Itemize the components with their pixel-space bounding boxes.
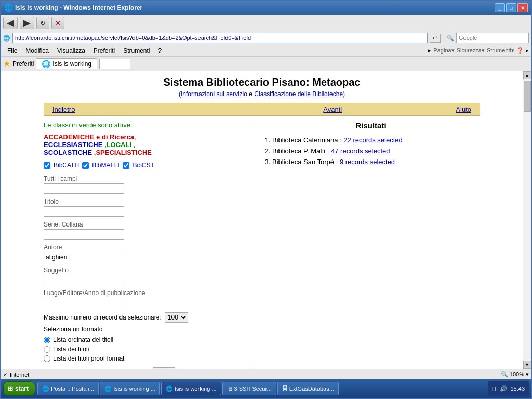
classificazione-link[interactable]: Classificazione delle Biblioteche) [254,90,345,98]
scroll-track[interactable] [523,79,531,361]
category-list: ACCADEMICHE e di Ricerca, ECCLESIASTICHE… [44,133,246,156]
nav-toolbar: ◀ ▶ ↻ ✕ [1,15,531,31]
address-input[interactable] [12,33,428,43]
nav-row: Indietro Avanti Aiuto [44,103,480,116]
start-label: start [15,385,29,392]
bookmarks-bar: ★ Preferiti 🌐 Isis is working [1,57,531,71]
stop-button[interactable]: ✕ [51,17,64,29]
start-button[interactable]: ⊞ start [3,381,35,396]
maximize-button[interactable]: □ [506,3,516,12]
bibmaffi-checkbox[interactable] [82,162,89,169]
informazioni-link[interactable]: (Informazioni sul servizio [179,90,247,98]
taskbar-item-ie3[interactable]: 🌐 Isis is working ... [161,382,221,395]
titolo-label: Titolo [44,198,246,205]
titolo-input[interactable] [44,206,124,217]
result-link-3[interactable]: 9 records selected [340,158,395,166]
window-controls: _ □ ✕ [495,3,528,12]
menu-visualizza[interactable]: Visualizza [53,46,89,56]
bibcath-checkbox[interactable] [44,162,50,169]
luogo-input[interactable] [44,298,124,308]
zoom-label: 🔍 100% ▾ [501,371,529,378]
soggetto-input[interactable] [44,275,124,285]
menu-strumenti[interactable]: Strumenti [119,46,154,56]
format-proof: Lista dei titoli proof format [44,355,246,362]
scrollbar[interactable]: ▲ ▼ [523,71,531,369]
page-content: Sistema Bibliotecario Pisano: Metaopac (… [1,71,523,369]
preferiti-button[interactable]: Preferiti [12,60,34,68]
close-button[interactable]: ✕ [517,3,528,12]
content-area: Sistema Bibliotecario Pisano: Metaopac (… [1,71,531,369]
toolbar-extra[interactable]: ▸ [428,47,431,54]
extra-btn[interactable]: ▸ [526,47,529,54]
cat-accademiche: ACCADEMICHE e di Ricerca [44,133,134,141]
search-engine-icon: 🔍 [447,35,454,42]
scroll-up-button[interactable]: ▲ [523,71,531,79]
tutti-campi-label: Tutti i campi [44,175,246,182]
forward-nav-button[interactable]: ▶ [20,17,34,29]
refresh-button[interactable]: ↻ [36,17,49,29]
tutti-campi-input[interactable] [44,183,124,194]
taskbar-ie3-label: Isis is working ... [175,385,217,392]
taskbar-ie2-label: Isis is working ... [113,385,155,392]
pagina-menu[interactable]: Pagina▾ [433,47,454,54]
format-radio-2[interactable] [44,346,50,353]
taskbar-ssh-icon: 🖥 [227,385,233,392]
tab-search-input[interactable] [99,59,130,69]
taskbar-item-extgas[interactable]: 🗄 ExtGasDatabas... [277,382,339,395]
menu-modifica[interactable]: Modifica [21,46,53,56]
left-column: Le classi in verde sono attive: ACCADEMI… [44,121,251,369]
library-name-3: Biblioteca San Torpé [272,158,334,166]
aiuto-link[interactable]: Aiuto [456,105,471,113]
ie-icon: 🌐 [4,4,13,12]
risultati-list: Biblioteca Cateriniana : 22 records sele… [262,136,480,166]
window-title: Isis is working - Windows Internet Explo… [15,4,142,11]
taskbar-ie3-icon: 🌐 [166,385,173,392]
bibcst-checkbox[interactable] [123,162,129,169]
max-records-row: Massimo numero di record da selezionare:… [44,312,246,323]
windows-logo-icon: ⊞ [8,385,13,392]
indietro-link[interactable]: Indietro [52,105,75,113]
format-label-2: Lista dei titoli [53,345,89,353]
result-link-2[interactable]: 47 records selected [331,147,390,155]
menu-help[interactable]: ? [154,46,166,56]
format-radio-group: Lista ordinata dei titoli Lista dei tito… [44,336,246,362]
right-column: Risultati Biblioteca Cateriniana : 22 re… [251,121,480,369]
bibmaffi-label[interactable]: BibMAFFI [92,162,119,169]
favorites-star-icon: ★ [3,59,10,69]
search-input[interactable] [456,33,529,43]
back-nav-button[interactable]: ◀ [3,17,18,29]
autore-input[interactable] [44,252,124,262]
address-label: 🌐 [3,35,10,42]
sicurezza-menu[interactable]: Sicurezza▾ [457,47,485,54]
strumenti-menu2[interactable]: Strumenti▾ [487,47,514,54]
page-wrapper: Sistema Bibliotecario Pisano: Metaopac (… [38,76,485,369]
menu-preferiti[interactable]: Preferiti [89,46,119,56]
format-lista-ordinata: Lista ordinata dei titoli [44,336,246,343]
result-link-1[interactable]: 22 records selected [343,136,402,144]
taskbar-extgas-label: ExtGasDatabas... [289,385,334,392]
menu-file[interactable]: File [3,46,21,56]
bibcath-label[interactable]: BibCATH [54,162,79,169]
taskbar-right: IT 🔊 15.43 [488,381,529,396]
scroll-down-button[interactable]: ▼ [523,361,531,369]
minimize-button[interactable]: _ [495,3,505,12]
taskbar-item-ssh[interactable]: 🖥 3 SSH Secur... [222,382,276,395]
taskbar-item-ie1[interactable]: 🌐 Posta :: Posta i... [37,382,99,395]
go-button[interactable]: ↵ [430,34,441,43]
toolbar-area: ◀ ▶ ↻ ✕ 🌐 ↵ 🔍 [1,15,531,45]
taskbar-item-ie2[interactable]: 🌐 Isis is working ... [100,382,160,395]
scroll-thumb[interactable] [524,81,531,112]
format-radio-3[interactable] [44,355,50,362]
active-tab[interactable]: 🌐 Isis is working [36,58,97,69]
bibcst-label[interactable]: BibCST [132,162,154,169]
format-lista-titoli: Lista dei titoli [44,345,246,353]
max-records-label: Massimo numero di record da selezionare: [44,314,162,321]
max-records-select[interactable]: 100 50 200 [165,312,188,323]
help-icon[interactable]: ❓ [516,47,524,54]
format-radio-1[interactable] [44,337,50,343]
serie-input[interactable] [44,229,124,240]
result-item-3: Biblioteca San Torpé : 9 records selecte… [272,158,480,166]
title-bar: 🌐 Isis is working - Windows Internet Exp… [1,1,531,15]
avanti-link[interactable]: Avanti [323,105,342,113]
subtitle-sep: e [249,90,254,98]
